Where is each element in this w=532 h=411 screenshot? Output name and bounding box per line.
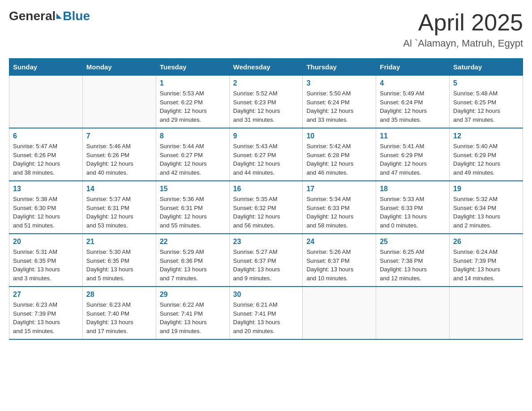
- day-info: Sunrise: 5:41 AM Sunset: 6:29 PM Dayligh…: [380, 142, 446, 177]
- column-header-monday: Monday: [82, 59, 156, 76]
- calendar-cell: 27Sunrise: 6:23 AM Sunset: 7:39 PM Dayli…: [9, 287, 83, 339]
- column-header-thursday: Thursday: [303, 59, 376, 76]
- day-number: 30: [233, 291, 299, 299]
- calendar-cell: 13Sunrise: 5:38 AM Sunset: 6:30 PM Dayli…: [9, 181, 83, 234]
- day-number: 18: [380, 185, 446, 193]
- calendar-cell: 9Sunrise: 5:43 AM Sunset: 6:27 PM Daylig…: [229, 128, 303, 181]
- calendar-cell: 18Sunrise: 5:33 AM Sunset: 6:33 PM Dayli…: [376, 181, 450, 234]
- day-number: 12: [453, 132, 519, 140]
- calendar-cell: 29Sunrise: 6:22 AM Sunset: 7:41 PM Dayli…: [156, 287, 229, 339]
- day-info: Sunrise: 6:24 AM Sunset: 7:39 PM Dayligh…: [453, 248, 519, 283]
- day-number: 3: [306, 79, 372, 87]
- day-info: Sunrise: 5:34 AM Sunset: 6:33 PM Dayligh…: [306, 195, 372, 230]
- day-info: Sunrise: 5:33 AM Sunset: 6:33 PM Dayligh…: [380, 195, 446, 230]
- day-number: 25: [380, 238, 446, 246]
- day-info: Sunrise: 5:40 AM Sunset: 6:29 PM Dayligh…: [453, 142, 519, 177]
- calendar-header-row: SundayMondayTuesdayWednesdayThursdayFrid…: [9, 59, 523, 76]
- day-info: Sunrise: 6:25 AM Sunset: 7:38 PM Dayligh…: [380, 248, 446, 283]
- day-info: Sunrise: 5:52 AM Sunset: 6:23 PM Dayligh…: [233, 89, 299, 124]
- day-number: 22: [160, 238, 226, 246]
- calendar-week-row: 1Sunrise: 5:53 AM Sunset: 6:22 PM Daylig…: [9, 76, 523, 128]
- day-info: Sunrise: 5:32 AM Sunset: 6:34 PM Dayligh…: [453, 195, 519, 230]
- location-subtitle: Al `Alamayn, Matruh, Egypt: [403, 38, 523, 49]
- day-info: Sunrise: 5:37 AM Sunset: 6:31 PM Dayligh…: [86, 195, 152, 230]
- day-number: 26: [453, 238, 519, 246]
- day-info: Sunrise: 5:50 AM Sunset: 6:24 PM Dayligh…: [306, 89, 372, 124]
- calendar-cell: [376, 287, 450, 339]
- day-number: 13: [13, 185, 79, 193]
- day-number: 24: [306, 238, 372, 246]
- day-number: 2: [233, 79, 299, 87]
- day-info: Sunrise: 5:36 AM Sunset: 6:31 PM Dayligh…: [160, 195, 226, 230]
- day-number: 7: [86, 132, 152, 140]
- calendar-cell: [303, 287, 376, 339]
- day-number: 15: [160, 185, 226, 193]
- day-info: Sunrise: 5:35 AM Sunset: 6:32 PM Dayligh…: [233, 195, 299, 230]
- calendar-cell: 14Sunrise: 5:37 AM Sunset: 6:31 PM Dayli…: [82, 181, 156, 234]
- calendar-cell: 17Sunrise: 5:34 AM Sunset: 6:33 PM Dayli…: [303, 181, 376, 234]
- calendar-cell: [450, 287, 523, 339]
- day-number: 10: [306, 132, 372, 140]
- day-info: Sunrise: 5:44 AM Sunset: 6:27 PM Dayligh…: [160, 142, 226, 177]
- calendar-cell: [9, 76, 83, 128]
- calendar-cell: 10Sunrise: 5:42 AM Sunset: 6:28 PM Dayli…: [303, 128, 376, 181]
- calendar-cell: 16Sunrise: 5:35 AM Sunset: 6:32 PM Dayli…: [229, 181, 303, 234]
- day-info: Sunrise: 5:31 AM Sunset: 6:35 PM Dayligh…: [13, 248, 79, 283]
- logo-general-text: General: [9, 9, 56, 23]
- day-number: 23: [233, 238, 299, 246]
- day-number: 27: [13, 291, 79, 299]
- day-number: 6: [13, 132, 79, 140]
- day-number: 9: [233, 132, 299, 140]
- day-number: 29: [160, 291, 226, 299]
- column-header-sunday: Sunday: [9, 59, 83, 76]
- day-info: Sunrise: 5:27 AM Sunset: 6:37 PM Dayligh…: [233, 248, 299, 283]
- calendar-cell: 25Sunrise: 6:25 AM Sunset: 7:38 PM Dayli…: [376, 234, 450, 287]
- column-header-friday: Friday: [376, 59, 450, 76]
- day-info: Sunrise: 5:26 AM Sunset: 6:37 PM Dayligh…: [306, 248, 372, 283]
- day-info: Sunrise: 5:47 AM Sunset: 6:26 PM Dayligh…: [13, 142, 79, 177]
- calendar-cell: 7Sunrise: 5:46 AM Sunset: 6:26 PM Daylig…: [82, 128, 156, 181]
- day-number: 4: [380, 79, 446, 87]
- calendar-cell: 4Sunrise: 5:49 AM Sunset: 6:24 PM Daylig…: [376, 76, 450, 128]
- day-number: 11: [380, 132, 446, 140]
- day-info: Sunrise: 5:42 AM Sunset: 6:28 PM Dayligh…: [306, 142, 372, 177]
- day-info: Sunrise: 5:48 AM Sunset: 6:25 PM Dayligh…: [453, 89, 519, 124]
- day-info: Sunrise: 6:23 AM Sunset: 7:39 PM Dayligh…: [13, 300, 79, 335]
- calendar-cell: 19Sunrise: 5:32 AM Sunset: 6:34 PM Dayli…: [450, 181, 523, 234]
- day-info: Sunrise: 5:49 AM Sunset: 6:24 PM Dayligh…: [380, 89, 446, 124]
- day-info: Sunrise: 5:29 AM Sunset: 6:36 PM Dayligh…: [160, 248, 226, 283]
- logo: General Blue: [9, 9, 90, 23]
- day-number: 20: [13, 238, 79, 246]
- day-number: 16: [233, 185, 299, 193]
- day-info: Sunrise: 6:23 AM Sunset: 7:40 PM Dayligh…: [86, 300, 152, 335]
- calendar-cell: 1Sunrise: 5:53 AM Sunset: 6:22 PM Daylig…: [156, 76, 229, 128]
- day-number: 8: [160, 132, 226, 140]
- day-number: 14: [86, 185, 152, 193]
- day-number: 21: [86, 238, 152, 246]
- day-number: 17: [306, 185, 372, 193]
- column-header-tuesday: Tuesday: [156, 59, 229, 76]
- calendar-week-row: 6Sunrise: 5:47 AM Sunset: 6:26 PM Daylig…: [9, 128, 523, 181]
- calendar-week-row: 27Sunrise: 6:23 AM Sunset: 7:39 PM Dayli…: [9, 287, 523, 339]
- day-info: Sunrise: 5:46 AM Sunset: 6:26 PM Dayligh…: [86, 142, 152, 177]
- day-number: 28: [86, 291, 152, 299]
- month-year-title: April 2025: [403, 9, 523, 36]
- calendar-cell: 28Sunrise: 6:23 AM Sunset: 7:40 PM Dayli…: [82, 287, 156, 339]
- calendar-cell: 23Sunrise: 5:27 AM Sunset: 6:37 PM Dayli…: [229, 234, 303, 287]
- calendar-cell: 8Sunrise: 5:44 AM Sunset: 6:27 PM Daylig…: [156, 128, 229, 181]
- calendar-week-row: 20Sunrise: 5:31 AM Sunset: 6:35 PM Dayli…: [9, 234, 523, 287]
- calendar-cell: 11Sunrise: 5:41 AM Sunset: 6:29 PM Dayli…: [376, 128, 450, 181]
- calendar-cell: 30Sunrise: 6:21 AM Sunset: 7:41 PM Dayli…: [229, 287, 303, 339]
- calendar-cell: 2Sunrise: 5:52 AM Sunset: 6:23 PM Daylig…: [229, 76, 303, 128]
- calendar-cell: 20Sunrise: 5:31 AM Sunset: 6:35 PM Dayli…: [9, 234, 83, 287]
- day-number: 1: [160, 79, 226, 87]
- calendar-week-row: 13Sunrise: 5:38 AM Sunset: 6:30 PM Dayli…: [9, 181, 523, 234]
- column-header-saturday: Saturday: [450, 59, 523, 76]
- day-info: Sunrise: 5:53 AM Sunset: 6:22 PM Dayligh…: [160, 89, 226, 124]
- logo-arrow-icon: [56, 13, 62, 19]
- calendar-table: SundayMondayTuesdayWednesdayThursdayFrid…: [9, 58, 523, 340]
- calendar-cell: [82, 76, 156, 128]
- calendar-cell: 3Sunrise: 5:50 AM Sunset: 6:24 PM Daylig…: [303, 76, 376, 128]
- day-info: Sunrise: 5:30 AM Sunset: 6:35 PM Dayligh…: [86, 248, 152, 283]
- title-section: April 2025 Al `Alamayn, Matruh, Egypt: [403, 9, 523, 49]
